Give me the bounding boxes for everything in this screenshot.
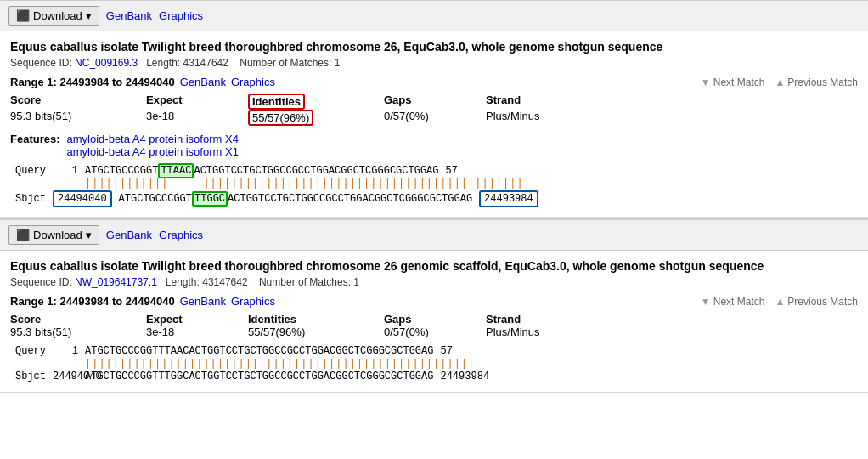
arrow-down-icon-1: ▼ — [701, 76, 711, 88]
score-header-2: Score — [10, 313, 146, 326]
download-icon-2: ⬛ — [16, 229, 30, 241]
query-num-left-2: 1 — [53, 345, 78, 357]
seq-id-label-2: Sequence ID: — [10, 276, 72, 288]
genbank-link-2[interactable]: GenBank — [106, 229, 152, 241]
strand-header-1: Strand — [486, 94, 588, 110]
range-genbank-1[interactable]: GenBank — [180, 76, 226, 88]
sbjct-label-1: Sbjct — [10, 193, 46, 205]
seq-id-label-1: Sequence ID: — [10, 57, 72, 69]
range-graphics-2[interactable]: Graphics — [231, 295, 275, 308]
highlight-green-query-1: TTAAC — [158, 163, 194, 178]
query-seq-1: ATGCTGCCCGGTTTAACACTGGTCCTGCTGGCCGCCTGGA… — [85, 165, 438, 177]
result-meta-2: Sequence ID: NW_019641737.1 Length: 4314… — [10, 276, 858, 288]
seq-id-link-2[interactable]: NW_019641737.1 — [75, 276, 157, 288]
range-graphics-1[interactable]: Graphics — [231, 76, 275, 88]
expect-header-1: Expect — [146, 94, 248, 110]
identities-val-1: 55/57(96%) — [248, 110, 313, 126]
gaps-val-2: 0/57(0%) — [384, 326, 486, 338]
graphics-link-1[interactable]: Graphics — [159, 9, 203, 22]
length-label-1: Length: — [146, 57, 180, 69]
score-val-1: 95.3 bits(51) — [10, 110, 146, 126]
identities-val-2: 55/57(96%) — [248, 326, 384, 338]
range-bar-1: Range 1: 24493984 to 24494040 GenBank Gr… — [10, 76, 858, 88]
next-match-1[interactable]: ▼ Next Match — [701, 76, 765, 88]
dropdown-arrow-1: ▾ — [86, 9, 92, 22]
strand-val-2: Plus/Minus — [486, 326, 588, 338]
sbjct-num-left-2: 24494040 — [53, 371, 78, 382]
query-num-right-2: 57 — [440, 345, 452, 357]
length-val-2: 43147642 — [202, 276, 247, 288]
download-icon: ⬛ — [16, 9, 30, 22]
graphics-link-2[interactable]: Graphics — [159, 229, 203, 241]
sbjct-num-right-2: 24493984 — [440, 371, 489, 382]
dropdown-arrow-2: ▾ — [86, 229, 92, 241]
range-text-2: Range 1: 24493984 to 24494040 — [10, 295, 175, 308]
score-val-2: 95.3 bits(51) — [10, 326, 146, 338]
query-num-left-1: 1 — [53, 165, 78, 177]
arrow-up-icon-2: ▲ — [775, 296, 785, 308]
result-title-1: Equus caballus isolate Twilight breed th… — [10, 40, 858, 54]
result-block-1: Equus caballus isolate Twilight breed th… — [0, 31, 868, 218]
prev-match-2[interactable]: ▲ Previous Match — [775, 296, 858, 308]
strand-header-2: Strand — [486, 313, 588, 326]
length-label-2: Length: — [166, 276, 200, 288]
query-row-1: Query 1 ATGCTGCCCGGTTTAACACTGGTCCTGCTGGC… — [10, 165, 858, 177]
match-row-2: ||||||||||||||||||||||||||||||||||||||||… — [10, 358, 858, 370]
prev-match-1[interactable]: ▲ Previous Match — [775, 76, 858, 88]
sbjct-seq-1: ATGCTGCCCGGTTTGGCACTGGTCCTGCTGGCCGCCTGGA… — [119, 193, 472, 205]
arrow-up-icon-1: ▲ — [775, 76, 785, 88]
identities-header-2: Identities — [248, 313, 384, 326]
features-links-1: amyloid-beta A4 protein isoform X4 amylo… — [67, 133, 239, 158]
matches-label-1: Number of Matches: — [240, 57, 331, 69]
download-label-2: Download — [33, 229, 82, 241]
query-row-2: Query 1 ATGCTGCCCGGTTTAACACTGGTCCTGCTGGC… — [10, 345, 858, 357]
toolbar-1: ⬛ Download ▾ GenBank Graphics — [0, 0, 868, 31]
length-val-1: 43147642 — [183, 57, 228, 69]
seq-id-link-1[interactable]: NC_009169.3 — [75, 57, 138, 69]
feature-link-1-2[interactable]: amyloid-beta A4 protein isoform X1 — [67, 145, 239, 158]
query-label-2: Query — [10, 345, 46, 357]
match-row-1: |||||||||||| |||||||||||||||||||||||||||… — [10, 178, 858, 190]
score-table-1: Score Expect Identities Gaps Strand 95.3… — [10, 94, 858, 126]
gaps-val-1: 0/57(0%) — [384, 110, 486, 126]
sbjct-seq-2: ATGCTGCCCGGTTTGGCACTGGTCCTGCTGGCCGCCTGGA… — [85, 371, 433, 382]
matches-label-2: Number of Matches: — [259, 276, 351, 288]
strand-val-1: Plus/Minus — [486, 110, 588, 126]
download-button-2[interactable]: ⬛ Download ▾ — [8, 225, 99, 245]
query-seq-2: ATGCTGCCCGGTTTAACACTGGTCCTGCTGGCCGCCTGGA… — [85, 345, 433, 357]
gaps-header-1: Gaps — [384, 94, 486, 110]
nav-matches-1: ▼ Next Match ▲ Previous Match — [701, 76, 858, 88]
nav-matches-2: ▼ Next Match ▲ Previous Match — [701, 296, 858, 308]
feature-link-1-1[interactable]: amyloid-beta A4 protein isoform X4 — [67, 133, 239, 145]
sequence-section-1: Query 1 ATGCTGCCCGGTTTAACACTGGTCCTGCTGGC… — [10, 165, 858, 207]
query-label-1: Query — [10, 165, 46, 177]
identities-header-1: Identities — [248, 94, 305, 110]
features-section-1: Features: amyloid-beta A4 protein isofor… — [10, 133, 858, 158]
query-num-right-1: 57 — [445, 165, 457, 177]
next-match-2[interactable]: ▼ Next Match — [701, 296, 765, 308]
expect-val-1: 3e-18 — [146, 110, 248, 126]
download-button-1[interactable]: ⬛ Download ▾ — [8, 6, 99, 26]
features-label-1: Features: — [10, 133, 60, 145]
match-line-1: |||||||||||| |||||||||||||||||||||||||||… — [85, 178, 531, 190]
result-meta-1: Sequence ID: NC_009169.3 Length: 4314764… — [10, 57, 858, 69]
range-genbank-2[interactable]: GenBank — [180, 295, 226, 308]
sbjct-label-2: Sbjct — [10, 371, 46, 382]
score-table-2: Score Expect Identities Gaps Strand 95.3… — [10, 313, 858, 338]
range-bar-2: Range 1: 24493984 to 24494040 GenBank Gr… — [10, 295, 858, 308]
sbjct-num-left-badge-1: 24494040 — [53, 190, 112, 207]
range-text-1: Range 1: 24493984 to 24494040 — [10, 76, 175, 88]
sbjct-num-right-badge-1: 24493984 — [479, 190, 538, 207]
features-line-1: Features: amyloid-beta A4 protein isofor… — [10, 133, 858, 158]
matches-val-1: 1 — [335, 57, 341, 69]
sbjct-row-2: Sbjct 24494040 ATGCTGCCCGGTTTGGCACTGGTCC… — [10, 371, 858, 382]
match-line-2: ||||||||||||||||||||||||||||||||||||||||… — [85, 358, 475, 370]
sequence-section-2: Query 1 ATGCTGCCCGGTTTAACACTGGTCCTGCTGGC… — [10, 345, 858, 382]
arrow-down-icon-2: ▼ — [701, 296, 711, 308]
result-block-2: Equus caballus isolate Twilight breed th… — [0, 251, 868, 393]
highlight-green-sbjct-1: TTGGC — [192, 191, 228, 207]
matches-val-2: 1 — [353, 276, 359, 288]
genbank-link-1[interactable]: GenBank — [106, 9, 152, 22]
expect-header-2: Expect — [146, 313, 248, 326]
gaps-header-2: Gaps — [384, 313, 486, 326]
